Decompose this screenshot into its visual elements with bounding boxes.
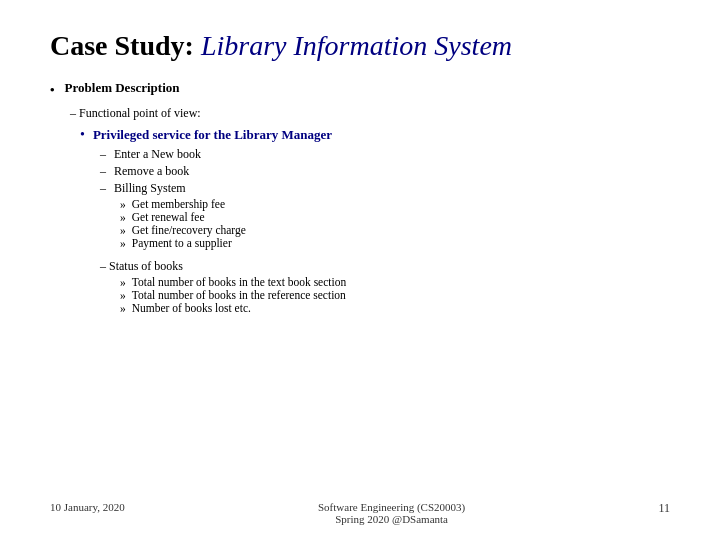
status-sub-text-1: Total number of books in the text book s… xyxy=(132,276,346,288)
title-part2: Library Information System xyxy=(201,30,512,61)
dash-list: – Enter a New book – Remove a book – Bil… xyxy=(100,147,670,196)
footer-center-line1: Software Engineering (CS20003) xyxy=(318,501,465,513)
footer: 10 January, 2020 Software Engineering (C… xyxy=(0,501,720,525)
problem-description-label: Problem Description xyxy=(65,80,180,96)
status-sub-text-3: Number of books lost etc. xyxy=(132,302,251,314)
status-arrow-3: » xyxy=(120,302,126,314)
title-part1: Case Study: xyxy=(50,30,201,61)
dash-item-3-text: Billing System xyxy=(114,181,186,196)
dash-item-3: – Billing System xyxy=(100,181,670,196)
billing-sub-text-4: Payment to a supplier xyxy=(132,237,232,249)
status-dash-item: – Status of books xyxy=(100,259,670,274)
status-label: – Status of books xyxy=(100,259,670,274)
main-bullet: • Problem Description xyxy=(50,80,670,98)
dash-item-2-text: Remove a book xyxy=(114,164,189,179)
billing-sub-item-1: » Get membership fee xyxy=(120,198,670,210)
dash-item-1: – Enter a New book xyxy=(100,147,670,162)
status-arrow-1: » xyxy=(120,276,126,288)
arrow-4: » xyxy=(120,237,126,249)
privileged-service-bullet: • Privileged service for the Library Man… xyxy=(80,127,670,143)
dash-item-1-text: Enter a New book xyxy=(114,147,201,162)
status-sub-text-2: Total number of books in the reference s… xyxy=(132,289,346,301)
arrow-3: » xyxy=(120,224,126,236)
privileged-service-text: Privileged service for the Library Manag… xyxy=(93,127,332,143)
billing-sub-list: » Get membership fee » Get renewal fee »… xyxy=(120,198,670,249)
dash-2: – xyxy=(100,164,106,179)
footer-center: Software Engineering (CS20003) Spring 20… xyxy=(318,501,465,525)
billing-sub-text-3: Get fine/recovery charge xyxy=(132,224,246,236)
dash-1: – xyxy=(100,147,106,162)
bullet-dot: • xyxy=(50,82,55,98)
dash-item-2: – Remove a book xyxy=(100,164,670,179)
status-sub-item-3: » Number of books lost etc. xyxy=(120,302,670,314)
slide-title: Case Study: Library Information System xyxy=(50,30,670,62)
footer-date: 10 January, 2020 xyxy=(50,501,125,525)
slide: Case Study: Library Information System •… xyxy=(0,0,720,540)
status-sub-list: » Total number of books in the text book… xyxy=(120,276,670,314)
status-arrow-2: » xyxy=(120,289,126,301)
status-label-text: – Status of books xyxy=(100,259,183,274)
dash-3: – xyxy=(100,181,106,196)
status-section: – Status of books » Total number of book… xyxy=(70,259,670,314)
billing-sub-text-1: Get membership fee xyxy=(132,198,225,210)
billing-sub-text-2: Get renewal fee xyxy=(132,211,205,223)
status-sub-item-1: » Total number of books in the text book… xyxy=(120,276,670,288)
billing-sub-item-3: » Get fine/recovery charge xyxy=(120,224,670,236)
arrow-1: » xyxy=(120,198,126,210)
privileged-dot: • xyxy=(80,127,85,143)
arrow-2: » xyxy=(120,211,126,223)
functional-point: – Functional point of view: xyxy=(70,106,670,121)
status-sub-item-2: » Total number of books in the reference… xyxy=(120,289,670,301)
footer-center-line2: Spring 2020 @DSamanta xyxy=(318,513,465,525)
billing-sub-item-2: » Get renewal fee xyxy=(120,211,670,223)
billing-sub-item-4: » Payment to a supplier xyxy=(120,237,670,249)
footer-page-number: 11 xyxy=(658,501,670,525)
section-content: – Functional point of view: • Privileged… xyxy=(70,106,670,314)
